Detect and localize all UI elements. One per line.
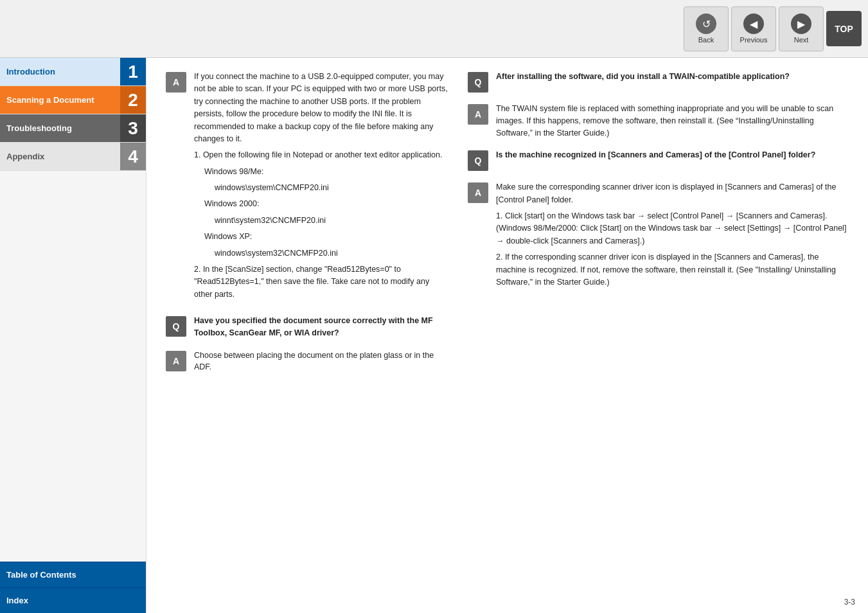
left-column: A If you connect the machine to a USB 2.… (166, 71, 448, 384)
a2-badge: A (166, 351, 186, 371)
right-q2-text: Is the machine recognized in [Scanners a… (496, 149, 849, 161)
sidebar-item-appendix[interactable]: Appendix 4 (0, 143, 146, 171)
sidebar-label-appendix: Appendix (0, 143, 120, 170)
sidebar-label-trouble: Troubleshooting (0, 114, 120, 142)
q2-text: Have you specified the document source c… (194, 315, 448, 339)
next-icon: ▶ (791, 13, 811, 34)
right-q1-badge: Q (468, 72, 488, 93)
left-answer-block: A If you connect the machine to a USB 2.… (166, 71, 448, 305)
answer-text-1: If you connect the machine to a USB 2.0-… (194, 71, 448, 305)
previous-label: Previous (740, 36, 768, 44)
index-button[interactable]: Index (0, 587, 146, 613)
sidebar-item-troubleshooting[interactable]: Troubleshooting 3 (0, 114, 146, 143)
sidebar-label-scan: Scanning a Document (0, 86, 120, 114)
right-q2-badge: Q (468, 150, 488, 171)
top-label: TOP (835, 24, 853, 34)
right-a2-block: A Make sure the corresponding scanner dr… (468, 181, 849, 292)
sidebar-number-intro: 1 (120, 58, 146, 85)
sidebar-number-trouble: 3 (120, 114, 146, 142)
left-a2-block: A Choose between placing the document on… (166, 350, 448, 374)
previous-icon: ◀ (743, 13, 764, 34)
sidebar-number-scan: 2 (120, 86, 146, 114)
back-icon: ↺ (696, 13, 716, 34)
top-bar: ↺ Back ◀ Previous ▶ Next TOP (0, 0, 868, 58)
sidebar-number-appendix: 4 (120, 143, 146, 170)
right-a2-badge: A (468, 182, 488, 203)
right-q1-text: After installing the software, did you i… (496, 71, 849, 83)
sidebar-item-introduction[interactable]: Introduction 1 (0, 58, 146, 86)
sidebar-label-intro: Introduction (0, 58, 120, 85)
q2-badge: Q (166, 316, 186, 337)
sidebar: Introduction 1 Scanning a Document 2 Tro… (0, 58, 146, 613)
back-label: Back (698, 36, 714, 44)
sidebar-item-scanning[interactable]: Scanning a Document 2 (0, 86, 146, 114)
left-q2-block: Q Have you specified the document source… (166, 315, 448, 339)
next-label: Next (794, 36, 809, 44)
right-a1-block: A The TWAIN system file is replaced with… (468, 103, 849, 139)
next-button[interactable]: ▶ Next (779, 6, 824, 51)
previous-button[interactable]: ◀ Previous (731, 6, 776, 51)
nav-buttons: ↺ Back ◀ Previous ▶ Next TOP (684, 6, 862, 51)
right-q1-block: Q After installing the software, did you… (468, 71, 849, 93)
page-number: 3-3 (844, 598, 855, 607)
top-button[interactable]: TOP (826, 11, 862, 46)
right-column: Q After installing the software, did you… (468, 71, 849, 384)
a2-text: Choose between placing the document on t… (194, 350, 448, 374)
main-content: A If you connect the machine to a USB 2.… (146, 58, 868, 613)
right-a2-text: Make sure the corresponding scanner driv… (496, 181, 849, 292)
table-of-contents-button[interactable]: Table of Contents (0, 562, 146, 587)
sidebar-bottom: Table of Contents Index (0, 562, 146, 613)
right-q2-block: Q Is the machine recognized in [Scanners… (468, 149, 849, 171)
content-columns: A If you connect the machine to a USB 2.… (166, 71, 849, 384)
back-button[interactable]: ↺ Back (684, 6, 729, 51)
right-a1-badge: A (468, 104, 488, 125)
right-a1-text: The TWAIN system file is replaced with s… (496, 103, 849, 139)
answer-badge-1: A (166, 72, 186, 93)
